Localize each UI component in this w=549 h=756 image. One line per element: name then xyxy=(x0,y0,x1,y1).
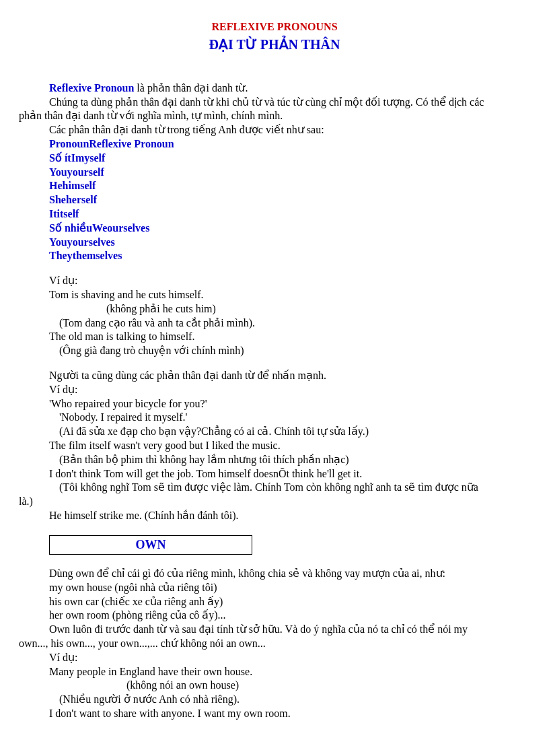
own-p2: my own house (ngôi nhà của riêng tôi) xyxy=(19,581,530,595)
cell-you: You xyxy=(49,166,67,180)
ex-line-3: (Tom đang cạo râu và anh ta cắt phải mìn… xyxy=(19,316,530,331)
cell-itself: itself xyxy=(57,207,79,221)
ex-line-15: He himself strike me. (Chính hắn đánh tô… xyxy=(19,509,530,523)
ex-line-8: 'Who repaired your bicycle for you?' xyxy=(19,397,530,411)
intro-p2: Các phân thân đại danh từ trong tiếng An… xyxy=(19,123,530,137)
own-p5b: own..., his own..., your own...,... chứ … xyxy=(19,637,530,651)
row-you-pl: You yourselves xyxy=(49,236,530,250)
intro-line-1: Reflexive Pronoun là phản thân đại danh … xyxy=(19,81,530,96)
document-page: REFLEXIVE PRONOUNS ĐẠI TỪ PHẢN THÂN Refl… xyxy=(0,0,549,721)
row-they: They themselves xyxy=(49,249,530,263)
own-p3: his own car (chiếc xe của riêng anh ấy) xyxy=(19,595,530,609)
ex-line-10: (Ai đã sửa xe đạp cho bạn vậy?Chẳng có a… xyxy=(19,425,530,439)
ex-line-14a: (Tôi không nghĩ Tom sẽ tìm được việc làm… xyxy=(19,481,530,495)
cell-it: It xyxy=(49,207,57,221)
cell-yourself: yourself xyxy=(67,166,104,180)
row-singular-i: Số ít I myself xyxy=(49,151,530,166)
own-p10: I don't want to share with anyone. I wan… xyxy=(19,707,530,721)
row-it: It itself xyxy=(49,207,530,221)
row-plural-we: Số nhiều We ourselves xyxy=(49,221,530,236)
cell-themselves: themselves xyxy=(73,249,122,263)
cell-yourselves: yourselves xyxy=(67,236,115,250)
header-reflexive: Reflexive Pronoun xyxy=(89,137,174,151)
own-p7: Many people in England have their own ho… xyxy=(19,665,530,679)
own-p5a: Own luôn đi trước danh từ và sau đại tín… xyxy=(19,623,530,637)
example-label-1: Ví dụ: xyxy=(19,274,530,288)
header-pronoun: Pronoun xyxy=(49,137,89,151)
cell-they: They xyxy=(49,249,73,263)
cell-we: We xyxy=(92,221,107,236)
cell-you-pl: You xyxy=(49,236,67,250)
ex-line-14b: là.) xyxy=(19,495,530,509)
cell-himself: himself xyxy=(63,179,96,193)
row-she: She herself xyxy=(49,193,530,207)
own-p9: (Nhiều người ở nước Anh có nhà riêng). xyxy=(19,693,530,707)
own-p4: her own room (phòng riêng của cô ấy)... xyxy=(19,609,530,623)
body-content: Reflexive Pronoun là phản thân đại danh … xyxy=(19,81,530,721)
term-reflexive: Reflexive Pronoun xyxy=(49,82,134,94)
row-he: He himself xyxy=(49,179,530,193)
ex-line-13: I don't think Tom will get the job. Tom … xyxy=(19,467,530,481)
singular-label: Số ít xyxy=(49,151,71,166)
cell-myself: myself xyxy=(75,151,105,166)
pronoun-table: Pronoun Reflexive Pronoun Số ít I myself… xyxy=(49,137,530,263)
own-p8: (không nói an own house) xyxy=(19,679,530,693)
cell-ourselves: ourselves xyxy=(107,221,149,236)
ex-line-5: (Ông già đang trò chuyện với chính mình) xyxy=(19,344,530,358)
ex-line-11: The film itself wasn't very good but I l… xyxy=(19,439,530,453)
plural-label: Số nhiều xyxy=(49,221,92,236)
ex-line-12: (Bản thân bộ phim thì không hay lắm nhưn… xyxy=(19,453,530,467)
def-text: là phản thân đại danh từ. xyxy=(134,82,248,94)
own-heading-box: OWN xyxy=(49,535,252,555)
cell-he: He xyxy=(49,179,63,193)
intro-p1b: phản thân đại danh từ với nghĩa mình, tự… xyxy=(19,109,530,123)
ex-line-9: 'Nobody. I repaired it myself.' xyxy=(19,411,530,425)
cell-she: She xyxy=(49,193,66,207)
own-p6: Ví dụ: xyxy=(19,651,530,665)
cell-herself: herself xyxy=(66,193,97,207)
ex-line-6: Người ta cũng dùng các phản thân đại dan… xyxy=(19,369,530,383)
table-header: Pronoun Reflexive Pronoun xyxy=(49,137,530,151)
ex-line-2: (không phải he cuts him) xyxy=(19,302,530,316)
intro-p1a: Chúng ta dùng phản thân đại danh từ khi … xyxy=(19,96,530,110)
ex-line-4: The old man is talking to himself. xyxy=(19,330,530,344)
title-english: REFLEXIVE PRONOUNS xyxy=(19,20,530,34)
ex-line-7: Ví dụ: xyxy=(19,383,530,397)
ex-line-1: Tom is shaving and he cuts himself. xyxy=(19,288,530,302)
title-vietnamese: ĐẠI TỪ PHẢN THÂN xyxy=(19,36,530,53)
row-you-sing: You yourself xyxy=(49,166,530,180)
own-p1: Dùng own để chỉ cái gì đó của riêng mình… xyxy=(19,567,530,581)
